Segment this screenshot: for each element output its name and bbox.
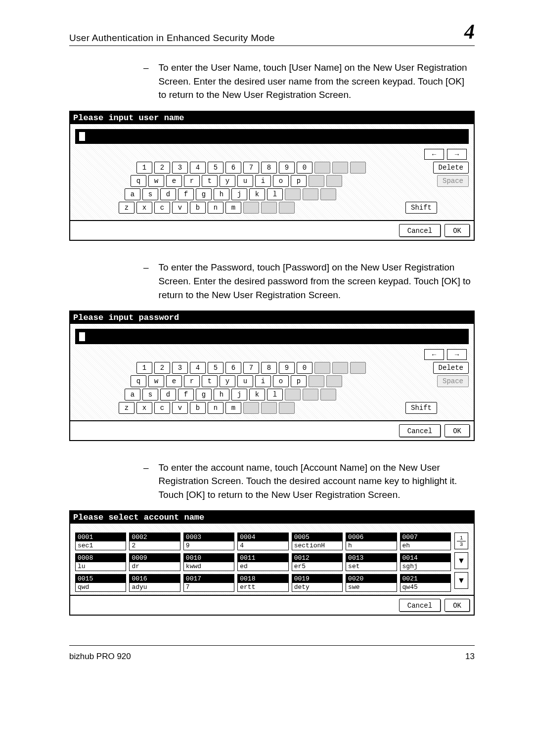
key-r[interactable]: r xyxy=(184,375,200,387)
arrow-right-key[interactable]: → xyxy=(447,349,467,360)
cancel-button[interactable]: Cancel xyxy=(399,599,441,612)
key-u[interactable]: u xyxy=(237,175,253,187)
account-cell[interactable]: 0013set xyxy=(346,553,397,571)
key-y[interactable]: y xyxy=(220,375,235,387)
ok-button[interactable]: OK xyxy=(445,224,470,237)
key-0[interactable]: 0 xyxy=(297,162,312,174)
key-y[interactable]: y xyxy=(220,175,235,187)
account-cell[interactable]: 0010kwwd xyxy=(183,553,234,571)
account-cell[interactable]: 0005sectionH xyxy=(292,533,343,550)
arrow-left-key[interactable]: ← xyxy=(424,349,444,360)
scroll-down-button[interactable]: ▼ xyxy=(454,572,468,589)
key-t[interactable]: t xyxy=(202,375,218,387)
key-p[interactable]: p xyxy=(291,375,307,387)
account-cell[interactable]: 0007eh xyxy=(400,533,451,550)
arrow-left-key[interactable]: ← xyxy=(424,149,444,160)
key-m[interactable]: m xyxy=(225,202,241,214)
key-z[interactable]: z xyxy=(119,202,134,214)
key-l[interactable]: l xyxy=(267,188,283,200)
key-9[interactable]: 9 xyxy=(279,162,295,174)
key-f[interactable]: f xyxy=(178,188,194,200)
ok-button[interactable]: OK xyxy=(445,599,470,612)
key-c[interactable]: c xyxy=(154,402,170,414)
key-c[interactable]: c xyxy=(154,202,170,214)
key-e[interactable]: e xyxy=(166,175,182,187)
cancel-button[interactable]: Cancel xyxy=(399,224,441,237)
key-f[interactable]: f xyxy=(178,389,194,400)
key-k[interactable]: k xyxy=(249,389,265,400)
key-8[interactable]: 8 xyxy=(261,362,277,374)
key-i[interactable]: i xyxy=(255,375,271,387)
key-8[interactable]: 8 xyxy=(261,162,277,174)
key-q[interactable]: q xyxy=(131,375,146,387)
key-2[interactable]: 2 xyxy=(154,362,170,374)
key-p[interactable]: p xyxy=(291,175,307,187)
key-g[interactable]: g xyxy=(196,389,212,400)
key-q[interactable]: q xyxy=(131,175,146,187)
delete-key[interactable]: Delete xyxy=(433,362,469,374)
key-v[interactable]: v xyxy=(172,202,188,214)
account-cell[interactable]: 0001sec1 xyxy=(75,533,126,550)
key-s[interactable]: s xyxy=(142,188,158,200)
text-input-display[interactable] xyxy=(75,129,469,144)
account-cell[interactable]: 0011ed xyxy=(237,553,288,571)
shift-key[interactable]: Shift xyxy=(405,202,437,214)
account-cell[interactable]: 0016adyu xyxy=(129,574,180,592)
key-w[interactable]: w xyxy=(148,175,164,187)
key-2[interactable]: 2 xyxy=(154,162,170,174)
account-cell[interactable]: 0021qw45 xyxy=(400,574,451,592)
account-cell[interactable]: 0015qwd xyxy=(75,574,126,592)
shift-key[interactable]: Shift xyxy=(405,402,437,414)
account-cell[interactable]: 00044 xyxy=(237,533,288,550)
key-j[interactable]: j xyxy=(231,389,247,400)
key-w[interactable]: w xyxy=(148,375,164,387)
key-n[interactable]: n xyxy=(208,402,223,414)
account-cell[interactable]: 0020swe xyxy=(346,574,397,592)
key-7[interactable]: 7 xyxy=(243,162,259,174)
key-o[interactable]: o xyxy=(273,175,289,187)
account-cell[interactable]: 00022 xyxy=(129,533,180,550)
account-cell[interactable]: 00177 xyxy=(183,574,234,592)
key-b[interactable]: b xyxy=(190,402,206,414)
key-9[interactable]: 9 xyxy=(279,362,295,374)
key-a[interactable]: a xyxy=(125,389,140,400)
account-cell[interactable]: 0019dety xyxy=(292,574,343,592)
arrow-right-key[interactable]: → xyxy=(447,149,467,160)
text-input-display[interactable] xyxy=(75,329,469,344)
key-t[interactable]: t xyxy=(202,175,218,187)
key-3[interactable]: 3 xyxy=(172,362,188,374)
key-5[interactable]: 5 xyxy=(208,162,223,174)
key-1[interactable]: 1 xyxy=(136,362,152,374)
key-j[interactable]: j xyxy=(231,188,247,200)
key-d[interactable]: d xyxy=(160,389,176,400)
key-6[interactable]: 6 xyxy=(225,162,241,174)
key-n[interactable]: n xyxy=(208,202,223,214)
key-o[interactable]: o xyxy=(273,375,289,387)
key-d[interactable]: d xyxy=(160,188,176,200)
key-e[interactable]: e xyxy=(166,375,182,387)
key-4[interactable]: 4 xyxy=(190,162,206,174)
key-5[interactable]: 5 xyxy=(208,362,223,374)
account-cell[interactable]: 00039 xyxy=(183,533,234,550)
key-x[interactable]: x xyxy=(136,402,152,414)
key-7[interactable]: 7 xyxy=(243,362,259,374)
key-u[interactable]: u xyxy=(237,375,253,387)
cancel-button[interactable]: Cancel xyxy=(399,424,441,437)
ok-button[interactable]: OK xyxy=(445,424,470,437)
key-1[interactable]: 1 xyxy=(136,162,152,174)
key-z[interactable]: z xyxy=(119,402,134,414)
account-cell[interactable]: 0018ertt xyxy=(237,574,288,592)
key-m[interactable]: m xyxy=(225,402,241,414)
account-cell[interactable]: 0008lu xyxy=(75,553,126,571)
key-s[interactable]: s xyxy=(142,389,158,400)
key-l[interactable]: l xyxy=(267,389,283,400)
key-k[interactable]: k xyxy=(249,188,265,200)
key-3[interactable]: 3 xyxy=(172,162,188,174)
key-b[interactable]: b xyxy=(190,202,206,214)
space-key[interactable]: Space xyxy=(437,375,469,387)
account-cell[interactable]: 0009dr xyxy=(129,553,180,571)
key-a[interactable]: a xyxy=(125,188,140,200)
account-cell[interactable]: 0014sghj xyxy=(400,553,451,571)
key-0[interactable]: 0 xyxy=(297,362,312,374)
key-g[interactable]: g xyxy=(196,188,212,200)
